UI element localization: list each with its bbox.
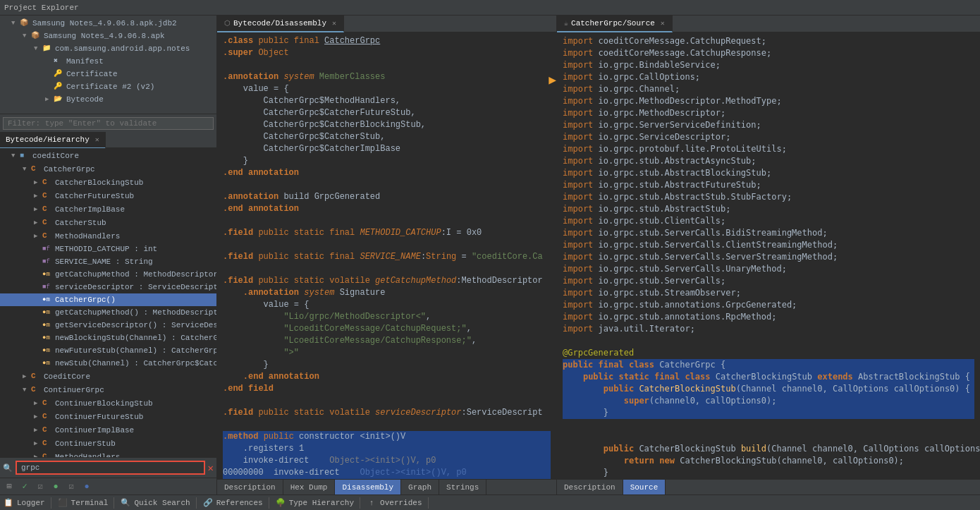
filter-input[interactable] [3, 117, 214, 130]
class-icon: C [42, 424, 54, 436]
tree-class-methodhandlers[interactable]: ▶ C MethodHandlers [0, 229, 216, 243]
class-icon: C [42, 176, 54, 188]
class-icon: C [31, 370, 42, 382]
code-pre: .class public final CatcherGrpc .super O… [223, 35, 551, 479]
logger-label[interactable]: Logger [17, 499, 45, 507]
tree-label: serviceDescriptor : ServiceDescriptor [55, 281, 216, 293]
tree-label: ContinuerImplBase [55, 425, 134, 436]
scroll-indicator: ▶ [549, 75, 556, 87]
tree-field-methodid[interactable]: ▶ ■f METHODID_CATCHUP : int [0, 243, 216, 255]
tree-item-manifest[interactable]: ▶ ✖ Manifest [0, 55, 216, 68]
tab-description[interactable]: Description [217, 480, 283, 495]
tree-label: CatcherBlockingStub [55, 177, 143, 188]
dot-icon-2[interactable]: ● [80, 480, 93, 493]
checkbox-icon-1[interactable]: ☑ [34, 480, 47, 493]
tree-item-cert2[interactable]: ▶ 🔑 Certificate #2 (v2) [0, 80, 216, 93]
search-bar: 🔍 ✕ [0, 457, 216, 478]
status-bar: 📋 Logger ⬛ Terminal 🔍 Quick Search 🔗 Ref… [0, 494, 980, 510]
tree-item-bytecode[interactable]: ▶ 📂 Bytecode [0, 93, 216, 106]
right-bottom-tabs: Description Source [557, 479, 980, 494]
tree-class-continuerstub[interactable]: ▶ C ContinuerStub [0, 437, 216, 450]
tree-class-continuergrpc[interactable]: ▼ C ContinuerGrpc [0, 383, 216, 396]
disassembly-tab[interactable]: ⬡ Bytecode/Disassembly ✕ [217, 16, 344, 32]
disassembly-tab-close[interactable]: ✕ [332, 19, 336, 28]
tree-method-getcatchup[interactable]: ▶ ●m getCatchupMethod : MethodDescriptor [0, 268, 216, 281]
tree-class-methodhandlers2[interactable]: ▶ C MethodHandlers [0, 450, 216, 457]
typehierarchy-icon[interactable]: 🌳 [275, 497, 286, 509]
apk2-label: Samsung Notes_4.9.06.8.apk [44, 30, 165, 42]
tree-item-pkg[interactable]: ▼ 📁 com.samsung.android.app.notes [0, 42, 216, 55]
source-tab[interactable]: ☕ CatcherGrpc/Source ✕ [557, 16, 673, 32]
check-icon-1[interactable]: ✓ [18, 480, 31, 493]
typehierarchy-label[interactable]: Type Hierarchy [289, 499, 354, 507]
disassembly-code: ▶ .class public final CatcherGrpc .super… [217, 32, 556, 479]
tree-method-newfuturestub[interactable]: ▶ ●m newFutureStub(Channel) : CatcherGrp… [0, 344, 216, 357]
checkbox-icon-2[interactable]: ☑ [65, 480, 78, 493]
tree-label: CatcherFutureStub [55, 190, 134, 202]
tree-package-coeditcore[interactable]: ▼ ■ coeditCore [0, 150, 216, 162]
disassembly-tab-icon: ⬡ [224, 19, 231, 28]
terminal-label[interactable]: Terminal [71, 499, 109, 507]
class-icon: C [42, 203, 54, 215]
hierarchy-tab[interactable]: Bytecode/Hierarchy ✕ [0, 132, 106, 149]
tree-item-cert1[interactable]: ▶ 🔑 Certificate [0, 68, 216, 80]
method-icon: ●m [42, 345, 54, 356]
tab-graph[interactable]: Graph [401, 480, 439, 495]
dot-icon-1[interactable]: ● [49, 480, 62, 493]
tree-label: newStub(Channel) : CatcherGrpc$CatcherSt… [55, 358, 216, 369]
tree-method-getcatchupmethod[interactable]: ▶ ●m getCatchupMethod() : MethodDescript… [0, 306, 216, 319]
tree-class-catchergrpc[interactable]: ▼ C CatcherGrpc [0, 162, 216, 176]
source-tab-label: CatcherGrpc/Source [571, 19, 655, 28]
cert2-icon: 🔑 [54, 81, 65, 92]
class-icon: C [42, 411, 54, 423]
tree-class-coeditcore[interactable]: ▶ C CoeditCore [0, 370, 216, 383]
search-icon[interactable]: 🔍 [3, 463, 13, 473]
quicksearch-icon[interactable]: 🔍 [120, 497, 131, 509]
quicksearch-label[interactable]: Quick Search [134, 499, 190, 507]
tree-class-catcherimplbase[interactable]: ▶ C CatcherImplBase [0, 202, 216, 216]
terminal-icon[interactable]: ⬛ [57, 497, 68, 509]
logger-icon[interactable]: 📋 [3, 497, 14, 509]
tree-method-newblockingstub[interactable]: ▶ ●m newBlockingStub(Channel) : CatcherG… [0, 332, 216, 344]
tree-field-servicename[interactable]: ▶ ■f SERVICE_NAME : String [0, 255, 216, 268]
tree-class-continuerfuturestub[interactable]: ▶ C ContinuerFutureStub [0, 410, 216, 423]
class-icon: C [42, 230, 54, 242]
tab-hexdump[interactable]: Hex Dump [283, 480, 336, 495]
tree-field-servicedesc[interactable]: ▶ ■f serviceDescriptor : ServiceDescript… [0, 281, 216, 293]
tree-class-continuerblockingstub[interactable]: ▶ C ContinuerBlockingStub [0, 396, 216, 410]
references-label[interactable]: References [216, 499, 263, 507]
search-clear-btn[interactable]: ✕ [208, 462, 214, 474]
field-icon: ■f [42, 256, 54, 267]
class-icon: C [42, 190, 54, 202]
pkg-icon: 📁 [42, 43, 54, 54]
overrides-label[interactable]: Overrides [380, 499, 422, 507]
hierarchy-close-btn[interactable]: ✕ [95, 135, 99, 144]
tree-item-apk2[interactable]: ▼ 📦 Samsung Notes_4.9.06.8.apk [0, 30, 216, 42]
right-tab-source[interactable]: Source [623, 480, 666, 495]
tree-method-getservicedesc[interactable]: ▶ ●m getServiceDescriptor() : ServiceDes… [0, 319, 216, 332]
tree-item-apk1[interactable]: ▼ 📦 Samsung Notes_4.9.06.8.apk.jdb2 [0, 17, 216, 30]
tree-method-newstub[interactable]: ▶ ●m newStub(Channel) : CatcherGrpc$Catc… [0, 357, 216, 370]
cert1-label: Certificate [66, 68, 118, 80]
class-icon: C [31, 163, 42, 175]
tree-class-catcherfuturestub[interactable]: ▶ C CatcherFutureStub [0, 189, 216, 202]
references-icon[interactable]: 🔗 [202, 497, 214, 509]
overrides-icon[interactable]: ↑ [366, 497, 377, 509]
tree-class-continuerimplbase[interactable]: ▶ C ContinuerImplBase [0, 423, 216, 437]
tree-label: CatcherImplBase [55, 204, 125, 215]
method-icon: ●m [42, 358, 54, 369]
hierarchy-tree: ▼ ■ coeditCore ▼ C CatcherGrpc ▶ C Catch… [0, 148, 216, 457]
source-tab-close[interactable]: ✕ [661, 19, 665, 28]
middle-panel-header: ⬡ Bytecode/Disassembly ✕ [217, 16, 556, 32]
tab-strings[interactable]: Strings [439, 480, 486, 495]
tree-method-catchergrpc[interactable]: ▶ ●m CatcherGrpc() [0, 293, 216, 306]
filter-bar [0, 114, 216, 133]
tree-class-catcherstub[interactable]: ▶ C CatcherStub [0, 216, 216, 229]
tree-class-catcherblockingstub[interactable]: ▶ C CatcherBlockingStub [0, 176, 216, 189]
tab-disassembly[interactable]: Disassembly [335, 480, 401, 495]
disassembly-tab-label: Bytecode/Disassembly [233, 19, 326, 28]
layout-icon[interactable]: ⊞ [3, 480, 16, 493]
right-tab-description[interactable]: Description [557, 480, 623, 495]
apk1-label: Samsung Notes_4.9.06.8.apk.jdb2 [32, 18, 177, 29]
search-input[interactable] [16, 461, 205, 475]
